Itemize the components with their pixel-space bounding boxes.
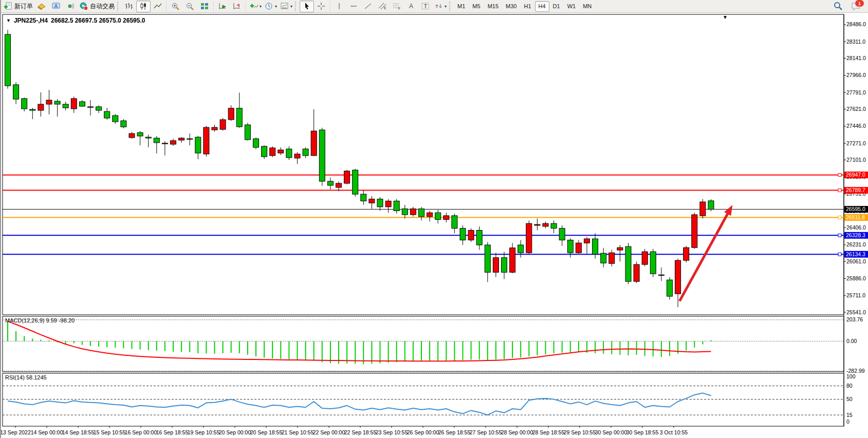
chart-dropdown-arrow[interactable]: ▼ — [723, 14, 728, 20]
svg-text:22 Sep 00:00: 22 Sep 00:00 — [313, 429, 345, 435]
cursor-button[interactable] — [300, 1, 314, 12]
svg-text:26231.0: 26231.0 — [846, 241, 866, 247]
candle-body — [245, 125, 250, 140]
timeframe-m5[interactable]: M5 — [469, 1, 484, 12]
crosshair-button[interactable] — [314, 1, 328, 12]
zoom-out-button[interactable] — [183, 1, 197, 12]
text-label-button[interactable]: T — [418, 1, 433, 12]
templates-button[interactable]: ▾ — [279, 1, 294, 12]
candle-body — [601, 253, 606, 263]
candle-body — [452, 216, 457, 228]
candle-body — [684, 247, 689, 260]
svg-text:14 Sep 18:55: 14 Sep 18:55 — [62, 429, 95, 435]
timeframe-m1[interactable]: M1 — [454, 1, 469, 12]
candle-body — [460, 228, 466, 240]
zoom-in-button[interactable] — [169, 1, 183, 12]
search-button[interactable] — [831, 1, 845, 12]
timeframe-m15[interactable]: M15 — [484, 1, 502, 12]
zoom-out-icon — [186, 2, 195, 10]
navigator-button[interactable] — [49, 1, 63, 12]
autotrading-button[interactable]: 自动交易 — [78, 1, 116, 12]
svg-text:22 Sep 18:55: 22 Sep 18:55 — [344, 429, 377, 435]
svg-text:16 Sep 18:55: 16 Sep 18:55 — [156, 429, 189, 435]
chart-title[interactable]: ▼ JPN225-,H4 26682.5 26697.5 26575.0 265… — [6, 17, 145, 24]
new-order-label: 新订单 — [14, 2, 33, 11]
timeframe-w1[interactable]: W1 — [564, 1, 580, 12]
svg-text:27101.0: 27101.0 — [846, 157, 866, 163]
toolbar-grip[interactable] — [449, 2, 452, 11]
candle-body — [179, 138, 184, 140]
candle-body — [270, 148, 275, 156]
timeframe-h4[interactable]: H4 — [535, 1, 549, 12]
market-watch-button[interactable] — [34, 1, 49, 12]
trendline-icon — [364, 2, 372, 10]
fibonacci-button[interactable]: F — [390, 1, 404, 12]
candle-body — [444, 216, 449, 220]
candle-body — [38, 104, 44, 110]
svg-text:26406.0: 26406.0 — [846, 224, 866, 231]
horizontal-line-icon — [349, 2, 358, 10]
timeframe-m30[interactable]: M30 — [502, 1, 520, 12]
indicators-button[interactable]: ▾ — [248, 1, 263, 12]
svg-text:25711.0: 25711.0 — [846, 292, 865, 298]
svg-text:28486.0: 28486.0 — [846, 21, 866, 27]
candle-body — [113, 116, 118, 122]
candle-body — [476, 230, 482, 245]
chart-shift-button[interactable] — [230, 1, 244, 12]
candle-body — [584, 239, 590, 243]
tile-windows-button[interactable] — [197, 1, 212, 12]
line-handle — [838, 253, 841, 256]
timeframe-d1[interactable]: D1 — [549, 1, 564, 12]
new-order-button[interactable]: 新订单 — [2, 1, 34, 12]
line-handle — [838, 234, 841, 237]
symbol-period-label: JPN225-,H4 — [14, 17, 48, 24]
timeframe-mn[interactable]: MN — [579, 1, 595, 12]
candle-body — [576, 243, 581, 253]
trendline-button[interactable] — [361, 1, 375, 12]
candlestick-chart-button[interactable] — [136, 1, 151, 12]
candle-body — [485, 245, 490, 272]
candle-body — [543, 223, 548, 226]
svg-text:26595.0: 26595.0 — [846, 206, 865, 212]
candle-body — [642, 252, 648, 264]
vertical-line-button[interactable] — [332, 1, 346, 12]
toolbar-grip[interactable] — [117, 2, 120, 11]
candle-body — [692, 215, 697, 247]
line-handle — [838, 189, 841, 192]
timeframe-h1[interactable]: H1 — [520, 1, 534, 12]
candle-body — [294, 154, 300, 158]
svg-text:26 Sep 18:55: 26 Sep 18:55 — [438, 429, 471, 435]
notifications-button[interactable]: 1 — [848, 1, 864, 12]
svg-text:26061.0: 26061.0 — [846, 258, 866, 264]
candle-body — [609, 253, 615, 263]
toolbar-grip[interactable] — [295, 2, 298, 11]
text-button[interactable]: A — [404, 1, 418, 12]
sound-button[interactable] — [63, 1, 78, 12]
arrows-button[interactable]: ▾ — [433, 1, 448, 12]
svg-text:26134.3: 26134.3 — [846, 251, 865, 257]
auto-scroll-button[interactable] — [215, 1, 230, 12]
chart-canvas[interactable]: 28486.028311.028141.027966.027791.027621… — [1, 13, 868, 438]
candlestick-icon — [139, 2, 148, 10]
macd-indicator-label: MACD(12,26,9) 9.59 -98.20 — [5, 317, 75, 323]
channel-button[interactable]: E — [375, 1, 390, 12]
candle-body — [327, 181, 333, 185]
bar-chart-button[interactable] — [122, 1, 136, 12]
candles-series — [5, 30, 714, 307]
candle-body — [220, 120, 226, 129]
templates-icon — [280, 2, 289, 10]
svg-text:100: 100 — [846, 373, 856, 379]
svg-text:23 Sep 10:55: 23 Sep 10:55 — [376, 429, 408, 435]
candle-body — [427, 213, 433, 217]
candle-body — [650, 252, 656, 274]
rsi-indicator-label: RSI(14) 58.1245 — [5, 374, 47, 380]
candle-body — [54, 101, 60, 104]
vertical-line-icon — [336, 2, 343, 10]
channel-icon: E — [378, 2, 387, 10]
toolbar-separator — [167, 2, 167, 11]
periods-button[interactable]: ▾ — [263, 1, 279, 12]
search-icon — [833, 2, 843, 11]
svg-text:30 Sep 00:00: 30 Sep 00:00 — [595, 429, 627, 435]
line-chart-button[interactable] — [151, 1, 165, 12]
horizontal-line-button[interactable] — [346, 1, 361, 12]
